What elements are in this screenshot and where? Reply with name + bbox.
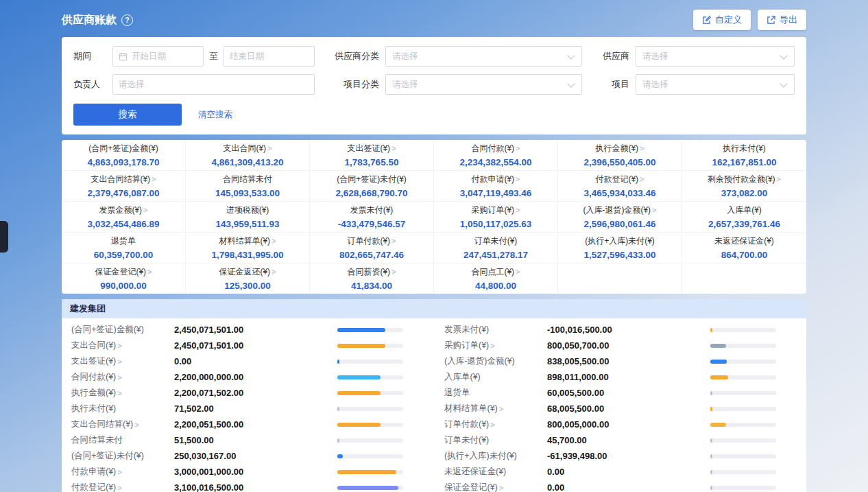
summary-cell[interactable]: 执行金额(¥)> 2,396,550,405.00 — [558, 140, 682, 171]
summary-cell[interactable]: 保证金登记(¥)> 990,000.00 — [62, 263, 186, 294]
help-icon[interactable]: ? — [121, 14, 133, 26]
metric-label[interactable]: 采购订单(¥)> — [444, 340, 547, 351]
metric-bar-fill — [710, 407, 712, 411]
metric-label: 发票未付(¥) — [444, 324, 547, 336]
summary-cell[interactable]: 合同点工(¥)> 44,800.00 — [434, 263, 558, 294]
metric-value: 800,005,000.00 — [547, 419, 710, 430]
metric-label[interactable]: 订单付款(¥)> — [444, 419, 547, 430]
summary-cell-label-text: 采购订单(¥) — [471, 205, 514, 215]
metric-bar — [710, 407, 776, 411]
owner-input[interactable] — [112, 74, 315, 95]
metric-row: 支出合同(¥)> 2,450,071,501.00 — [71, 338, 424, 353]
side-drawer-handle[interactable] — [0, 221, 8, 253]
metric-label: 执行未付(¥) — [71, 403, 174, 414]
summary-cell-value: 247,451,278.17 — [437, 250, 555, 260]
metric-label[interactable]: 执行金额(¥)> — [71, 387, 174, 399]
metric-label: 退货单 — [444, 387, 547, 399]
summary-cell[interactable]: 剩余预付款金额(¥)> 373,082.00 — [682, 171, 806, 202]
supplier-category-select[interactable]: 请选择 — [385, 46, 582, 67]
summary-cell-value: 2,628,668,790.70 — [313, 188, 431, 198]
summary-cell[interactable]: 支出合同(¥)> 4,861,309,413.20 — [186, 140, 310, 171]
group-header: 建发集团 — [62, 299, 806, 318]
metric-row: (合同+签证)金额(¥) 2,450,071,501.00 — [71, 322, 424, 338]
metric-label[interactable]: 支出签证(¥)> — [71, 355, 174, 367]
summary-cell-label: 合同结算未付 — [189, 174, 306, 185]
summary-cell[interactable]: 付款登记(¥)> 3,465,934,033.46 — [558, 171, 682, 202]
supplier-category-field: 供应商分类 请选择 — [331, 46, 582, 67]
summary-cell[interactable]: 材料结算单(¥)> 1,798,431,995.00 — [186, 233, 310, 263]
summary-cell-label-text: 支出合同(¥) — [223, 143, 266, 153]
clear-search-link[interactable]: 清空搜索 — [198, 109, 232, 121]
metric-label-text: 合同结算未付 — [71, 434, 123, 446]
summary-cell-label: 支出合同结算(¥)> — [64, 174, 182, 185]
metric-bar-fill — [710, 328, 712, 332]
summary-cell[interactable]: 订单付款(¥)> 802,665,747.46 — [310, 233, 434, 263]
summary-cell[interactable]: 支出签证(¥)> 1,783,765.50 — [310, 140, 434, 171]
summary-cell-value: 2,396,550,405.00 — [561, 157, 679, 167]
metric-row: 发票未付(¥) -100,016,500.00 — [444, 322, 797, 338]
metric-value: 250,030,167.00 — [174, 451, 337, 461]
metric-bar — [337, 486, 403, 490]
end-date-input[interactable]: 结束日期 — [224, 46, 315, 67]
metric-label[interactable]: 合同付款(¥)> — [71, 371, 174, 383]
summary-cell-value: 990,000.00 — [64, 281, 182, 291]
metric-row: 合同结算未付 51,500.00 — [71, 432, 424, 448]
summary-cell-value: 143,959,511.93 — [189, 219, 306, 229]
metric-bar-fill — [337, 328, 385, 332]
link-chevron-icon: > — [391, 144, 396, 152]
summary-cell-label-text: 发票金额(¥) — [99, 205, 142, 215]
project-category-select[interactable]: 请选择 — [385, 74, 582, 95]
summary-cell[interactable]: 支出合同结算(¥)> 2,379,476,087.00 — [62, 171, 186, 202]
owner-label: 负责人 — [73, 78, 106, 91]
metric-label[interactable]: 支出合同结算(¥)> — [71, 419, 174, 430]
metric-label-text: 材料结算单(¥) — [444, 403, 498, 414]
summary-cell-label: 退货单 — [64, 235, 182, 247]
metric-bar — [337, 438, 403, 443]
supplier-placeholder: 请选择 — [642, 51, 668, 62]
summary-cell-value: 162,167,851.00 — [685, 157, 804, 167]
metric-label[interactable]: 付款申请(¥)> — [71, 466, 174, 478]
summary-cell-label: 付款登记(¥)> — [561, 174, 679, 185]
link-chevron-icon: > — [117, 358, 121, 366]
metric-value: 2,200,051,500.00 — [174, 419, 337, 430]
metric-label[interactable]: 付款登记(¥)> — [71, 482, 174, 492]
summary-cell[interactable]: 合同薪资(¥)> 41,834.00 — [310, 263, 434, 294]
metric-bar — [337, 375, 403, 379]
start-date-input[interactable]: 开始日期 — [112, 46, 204, 67]
summary-cell[interactable]: 保证金返还(¥)> 125,300.00 — [186, 263, 310, 294]
metric-value: 0.00 — [547, 482, 710, 492]
supplier-category-label: 供应商分类 — [331, 50, 379, 62]
metric-label-text: 退货单 — [444, 387, 470, 399]
metric-label-text: 订单付款(¥) — [444, 419, 489, 430]
summary-cell-label: 发票未付(¥) — [313, 204, 431, 216]
summary-cell[interactable]: (入库-退货)金额(¥)> 2,596,980,061.46 — [558, 202, 682, 233]
project-category-label: 项目分类 — [331, 78, 379, 91]
customize-button[interactable]: 自定义 — [693, 10, 751, 30]
summary-cell[interactable]: 付款申请(¥)> 3,047,119,493.46 — [434, 171, 558, 202]
summary-cell[interactable]: 采购订单(¥)> 1,050,117,025.63 — [434, 202, 558, 233]
link-chevron-icon: > — [143, 206, 147, 214]
metric-bar — [710, 391, 776, 395]
metric-value: 68,005,500.00 — [547, 403, 710, 414]
metric-row: 退货单 60,005,500.00 — [444, 385, 797, 401]
metric-label[interactable]: 保证金登记(¥)> — [444, 482, 547, 492]
search-button[interactable]: 搜索 — [73, 104, 182, 126]
summary-cell[interactable]: 发票金额(¥)> 3,032,454,486.89 — [62, 202, 186, 233]
link-chevron-icon: > — [391, 237, 396, 245]
project-select[interactable]: 请选择 — [636, 74, 795, 95]
summary-cell[interactable]: 合同付款(¥)> 2,234,382,554.00 — [434, 140, 558, 171]
summary-cell-label-text: 保证金返还(¥) — [219, 267, 270, 277]
metric-bar — [710, 486, 776, 490]
supplier-select[interactable]: 请选择 — [636, 46, 795, 67]
metric-label[interactable]: 材料结算单(¥)> — [444, 403, 547, 414]
export-button[interactable]: 导出 — [758, 10, 806, 30]
metric-label[interactable]: 支出合同(¥)> — [71, 340, 174, 351]
metric-row: (执行+入库)未付(¥) -61,939,498.00 — [444, 448, 797, 464]
summary-cell-label: 支出合同(¥)> — [189, 143, 306, 154]
metric-label-text: (合同+签证)未付(¥) — [71, 450, 144, 462]
metric-label-text: 入库单(¥) — [444, 371, 481, 383]
summary-cell-label-text: 合同点工(¥) — [471, 267, 514, 277]
metric-bar-fill — [710, 360, 727, 364]
summary-cell-label-text: 保证金登记(¥) — [95, 267, 146, 277]
metric-bar-fill — [337, 454, 343, 458]
